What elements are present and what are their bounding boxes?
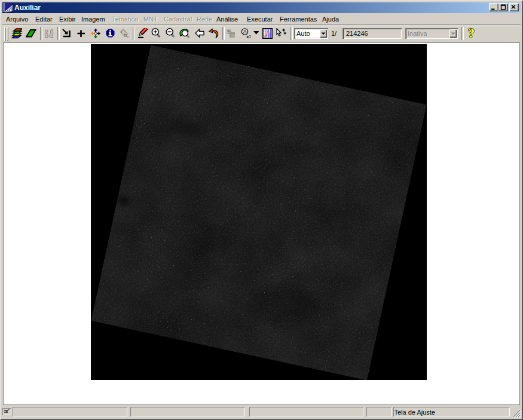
- svg-text:x1: x1: [246, 34, 250, 39]
- svg-text:?: ?: [468, 27, 475, 39]
